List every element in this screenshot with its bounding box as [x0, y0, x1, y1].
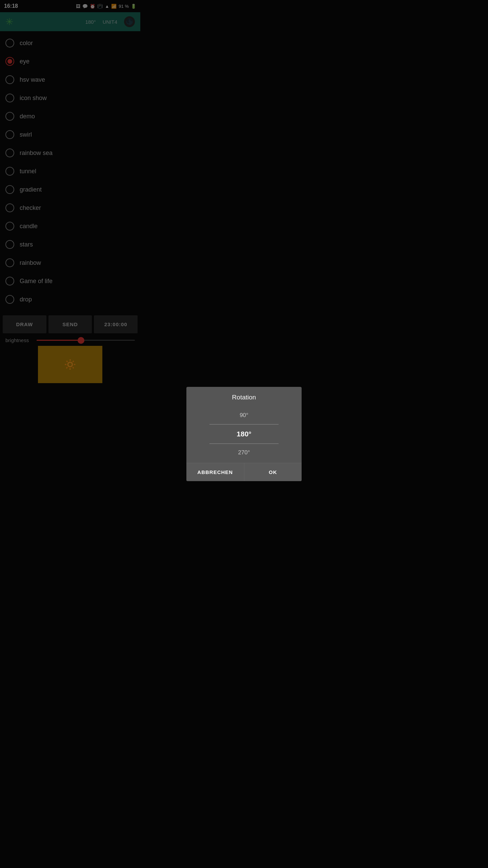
modal-overlay: Rotation 90° 180° 270° ABBRECHEN OK [0, 0, 140, 387]
